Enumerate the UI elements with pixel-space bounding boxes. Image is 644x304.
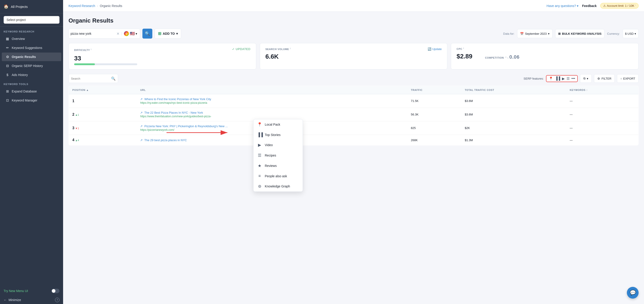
url-link[interactable]: The 22 Best Pizza Places In NYC - New Yo… — [144, 111, 203, 114]
col-position[interactable]: POSITION ▲ — [69, 86, 137, 94]
total-cost-cell: $3.6M — [461, 108, 566, 121]
minimize-label: Minimize — [8, 298, 21, 302]
update-btn[interactable]: 🔄 Update — [428, 47, 442, 51]
add-to-button[interactable]: ⊞ ADD TO ▾ — [154, 29, 181, 39]
calendar-icon: 📅 — [520, 32, 524, 36]
table-search-wrap: 🔍 — [68, 74, 118, 83]
serp-icon-top-stories[interactable]: ▐▐ — [555, 77, 560, 81]
serp-icon-recipes[interactable]: ☰ — [566, 77, 570, 81]
difficulty-info-icon[interactable]: ⁱ — [91, 49, 92, 52]
date-chevron: ▾ — [548, 32, 550, 36]
serp-dropdown-top-stories[interactable]: ▐▐ Top Stories — [254, 130, 302, 140]
sidebar-item-keyword-manager-label: Keyword Manager — [12, 99, 38, 102]
col-keywords[interactable]: KEYWORDS ↑ — [566, 86, 638, 94]
pos-change: ▲4 — [75, 139, 79, 142]
reviews-label: Reviews — [265, 164, 277, 168]
help-icon[interactable]: ? — [55, 298, 60, 302]
comp-info-icon[interactable]: ⁱ — [506, 56, 506, 59]
knowledge-graph-label: Knowledge Graph — [265, 184, 290, 188]
ads-history-icon: $ — [6, 73, 10, 77]
date-selector-btn[interactable]: 📅 September 2023 ▾ — [517, 29, 552, 38]
search-engine-btn[interactable]: G 🇺🇸 ▾ — [123, 30, 138, 37]
project-dropdown[interactable]: Select project — [4, 16, 60, 24]
serp-dropdown-video[interactable]: ▶ Video — [254, 140, 302, 150]
copy-chevron: ▾ — [587, 77, 588, 80]
serp-icon-local-pack[interactable]: 📍 — [549, 77, 553, 81]
keywords-cell: — — [566, 135, 638, 145]
feedback-btn[interactable]: Feedback — [582, 4, 597, 8]
local-pack-icon: 📍 — [257, 122, 262, 127]
currency-selector-btn[interactable]: $ USD ▾ — [622, 29, 638, 38]
info-icon-topbar: ⁱ — [635, 4, 636, 7]
people-also-ask-icon: ≡ — [257, 174, 262, 178]
clear-btn[interactable]: ✕ — [116, 32, 120, 36]
external-link-icon: ↗ — [140, 97, 143, 101]
external-link-icon: ↗ — [140, 125, 143, 128]
knowledge-graph-icon: ⊚ — [257, 184, 262, 189]
bulk-keyword-analysis-btn[interactable]: ⊞ BULK KEYWORD ANALYSIS — [555, 29, 604, 38]
serp-icon-more[interactable]: ••• — [572, 77, 575, 81]
export-label: EXPORT — [623, 77, 635, 80]
keyword-input[interactable] — [70, 32, 116, 36]
url-link[interactable]: Pizzeria New York: PNY | Pickerington & … — [144, 125, 228, 128]
competition-label: COMPETITION ⁱ : 0.06 — [485, 54, 520, 60]
keywords-cell: — — [566, 121, 638, 135]
table-row: 1 ↗ Where to Find the Iconic Pizzerias o… — [69, 94, 638, 108]
breadcrumb-root[interactable]: Keyword Research — [68, 4, 95, 8]
cpc-info-icon[interactable]: ⁱ — [463, 47, 464, 51]
col-traffic[interactable]: TRAFFIC — [407, 86, 461, 94]
url-link[interactable]: The 29 best pizza places in NYC — [144, 138, 187, 142]
serp-dropdown-people-also-ask[interactable]: ≡ People also ask — [254, 171, 302, 181]
sidebar-item-ads-history[interactable]: $ Ads History — [2, 71, 61, 79]
col-url[interactable]: URL — [136, 86, 407, 94]
table-row: 3 ▼1 ↗ Pizzeria New York: PNY | Pickerin… — [69, 121, 638, 135]
engine-chevron: ▾ — [136, 32, 137, 36]
search-button[interactable]: 🔍 — [142, 29, 152, 39]
breadcrumb-current: Organic Results — [100, 4, 122, 8]
serp-dropdown-recipes[interactable]: ☰ Recipes — [254, 150, 302, 161]
serp-icons-box[interactable]: 📍 ▐▐ ▶ ☰ ••• — [546, 75, 578, 82]
all-projects-link[interactable]: 🏠 All Projects — [0, 0, 63, 13]
sidebar-item-keyword-suggestions[interactable]: ✏ Keyword Suggestions — [2, 44, 61, 52]
chat-button[interactable]: 💬 — [627, 287, 638, 298]
serp-dropdown-knowledge-graph[interactable]: ⊚ Knowledge Graph — [254, 181, 302, 191]
url-link[interactable]: Where to Find the Iconic Pizzerias of Ne… — [144, 97, 211, 101]
pos-change: ▼1 — [75, 127, 79, 130]
sidebar-item-overview[interactable]: ▦ Overview — [2, 35, 61, 43]
sidebar-item-expand-database-label: Expand Database — [12, 90, 37, 93]
sidebar-item-expand-database[interactable]: ⊞ Expand Database — [2, 87, 61, 96]
sidebar-item-organic-results[interactable]: ⊙ Organic Results — [2, 53, 61, 61]
sidebar-item-keyword-manager[interactable]: ⊡ Keyword Manager — [2, 96, 61, 105]
have-questions-label: Have any questions? — [547, 4, 576, 8]
search-volume-card: SEARCH VOLUME ⁱ 🔄 Update 6.6K — [260, 43, 448, 70]
have-questions-btn[interactable]: Have any questions? ▾ — [547, 4, 579, 8]
google-icon: G — [124, 31, 129, 36]
people-also-ask-label: People also ask — [265, 174, 287, 178]
col-total-traffic-cost[interactable]: TOTAL TRAFFIC COST — [461, 86, 566, 94]
table-controls: 🔍 SERP features: 📍 ▐▐ ▶ ☰ ••• ⧉ ▾ — [68, 74, 638, 83]
breadcrumb-sep: › — [97, 4, 98, 8]
minimize-btn[interactable]: ← Minimize — [4, 298, 21, 302]
sidebar-item-organic-serp-history[interactable]: ⊟ Organic SERP History — [2, 62, 61, 70]
bulk-icon: ⊞ — [558, 32, 561, 36]
cpc-card: CPC ⁱ $2.89 COMPETITION ⁱ : 0.06 — [451, 43, 638, 70]
cpc-value: $2.89 — [456, 53, 472, 60]
copy-button[interactable]: ⧉ ▾ — [580, 74, 592, 83]
traffic-cell: 825 — [407, 121, 461, 135]
serp-icon-video[interactable]: ▶ — [562, 77, 565, 81]
refresh-icon: 🔄 — [428, 47, 431, 51]
table-search-input[interactable] — [71, 77, 111, 80]
serp-dropdown-reviews[interactable]: ★ Reviews — [254, 161, 302, 171]
difficulty-value: 33 — [74, 55, 250, 62]
export-button[interactable]: ↑ EXPORT — [617, 74, 638, 83]
try-new-menu-toggle[interactable] — [52, 289, 60, 293]
filter-button[interactable]: ⚙ FILTER — [594, 74, 615, 83]
serp-dropdown-local-pack[interactable]: 📍 Local Pack — [254, 119, 302, 130]
recipes-label: Recipes — [265, 154, 276, 157]
currency-chevron: ▾ — [634, 32, 636, 36]
sv-info-icon[interactable]: ⁱ — [290, 48, 291, 51]
organic-results-icon: ⊙ — [6, 55, 10, 59]
total-cost-cell: $2K — [461, 121, 566, 135]
recipes-icon: ☰ — [257, 153, 262, 158]
project-selector[interactable]: Select project — [0, 13, 63, 27]
